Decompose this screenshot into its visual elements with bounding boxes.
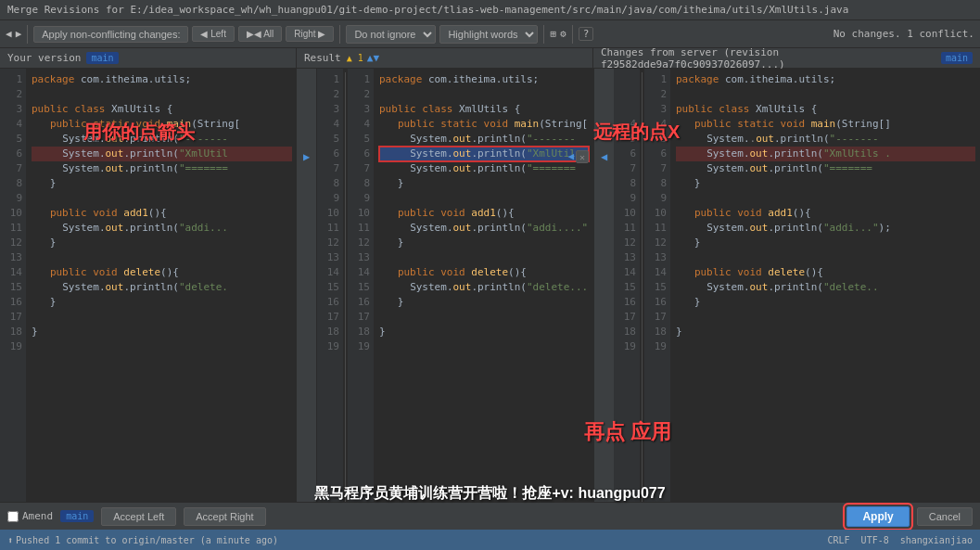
cancel-button[interactable]: Cancel [917,507,973,526]
left-line-12: } [32,236,292,250]
mid-line-18: } [379,325,589,339]
separator2 [339,25,340,44]
left-line-16: } [32,295,292,310]
left-line-13 [32,250,292,265]
mid-line-7: System.out.println("======= [379,161,589,176]
mid-line-8: } [379,176,589,191]
toolbar-forward-icon[interactable]: ▶ [16,28,22,40]
right-line-11: System.out.println("addi..."); [676,221,975,236]
left-merge-arrow-1[interactable]: ▶ [303,150,310,163]
icon-split: ⊞ [550,28,556,40]
mid-line-5: System.out.println("------- [379,132,589,147]
mid-line-17 [379,310,589,325]
amend-checkbox-area: Amend [7,510,53,522]
left-line-2 [32,87,292,102]
middle-code-area: 12345 678910 1112131415 16171819 12345 6… [317,69,592,502]
middle-line-numbers-r: 12345 678910 1112131415 16171819 [348,69,374,502]
mid-line-12: } [379,236,589,250]
status-crlf[interactable]: CRLF [828,535,850,545]
title-bar: Merge Revisions for E:/idea_workspace_wh… [0,0,980,20]
right-line-5: System..out.println("------- [676,132,975,147]
left-code-area: 12345 678910 1112131415 16171819 package… [0,69,296,502]
toolbar-back-icon[interactable]: ◀ [6,28,12,40]
right-line-10: public void add1(){ [676,206,975,221]
status-commit-msg: ⬆ Pushed 1 commit to origin/master (a mi… [7,535,278,545]
bottom-bar-left: Amend main Accept Left Accept Right [7,507,266,526]
right-panel: 45 678910 1112131415 16171819 12345 6789… [614,69,980,502]
middle-panel-up-arrow[interactable]: ▲ [367,52,374,64]
left-panel: 12345 678910 1112131415 16171819 package… [0,69,297,502]
left-line-4: public static void main(String[ [32,117,292,132]
panel-headers: Your version main Result ▲ 1 ▲ ▼ Changes… [0,48,980,69]
accept-left-button[interactable]: Accept Left [101,507,176,526]
commit-msg-text: Pushed 1 commit to origin/master (a minu… [16,535,278,545]
right-code-lines: package com.itheima.utils; public class … [670,69,979,502]
icon-settings[interactable]: ⚙ [560,28,566,40]
left-merge-arrows: ▶ [297,69,317,502]
main-window: Merge Revisions for E:/idea_workspace_wh… [0,0,980,550]
right-panel-branch: main [941,52,973,64]
mid-line-2 [379,87,589,102]
right-line-4: public static void main(String[] [676,117,975,132]
right-line-2 [676,87,975,102]
amend-checkbox[interactable] [7,511,19,522]
left-btn[interactable]: ◀ Left [192,26,234,42]
left-line-19 [32,339,292,354]
highlight-dropdown[interactable]: Highlight words [439,25,538,44]
left-line-8: } [32,176,292,191]
left-line-15: System.out.println("delete. [32,280,292,295]
branch-badge: main [60,510,94,522]
right-line-19 [676,339,975,354]
mid-line-11: System.out.println("addi....") [379,221,589,236]
left-line-11: System.out.println("addi... [32,221,292,236]
right-line-9 [676,191,975,206]
middle-panel-title: Result [304,52,341,64]
right-line-3: public class XmlUtils { [676,102,975,117]
right-line-1: package com.itheima.utils; [676,72,975,87]
right-line-13 [676,250,975,265]
ignore-dropdown[interactable]: Do not ignore [346,25,436,44]
right-line-7: System.out.println("======= [676,161,975,176]
separator4 [572,25,573,44]
left-line-9 [32,191,292,206]
apply-non-conflicting-btn[interactable]: Apply non-conflicting changes: [33,26,188,43]
right-line-8: } [676,176,975,191]
commit-icon: ⬆ [7,535,13,545]
left-line-numbers: 12345 678910 1112131415 16171819 [0,69,26,502]
status-bar: ⬆ Pushed 1 commit to origin/master (a mi… [0,530,980,550]
diff-panels: 12345 678910 1112131415 16171819 package… [0,69,980,502]
left-line-3: public class XmlUtils { [32,102,292,117]
right-line-12: } [676,236,975,250]
mid-line-6[interactable]: System.out.println("XmlUtils ✕ [379,147,589,161]
middle-panel-down-arrow[interactable]: ▼ [373,52,379,64]
right-merge-arrows: ◀ [593,69,614,502]
right-btn[interactable]: Right ▶ [286,26,334,42]
right-line-numbers-l: 45 678910 1112131415 16171819 [614,69,640,502]
right-line-15: System.out.println("delete.. [676,280,975,295]
mid-line-4: public static void main(String[] a [379,117,589,132]
left-panel-branch: main [86,52,118,64]
mid-line-16: } [379,295,589,310]
middle-separator [345,72,346,502]
help-icon[interactable]: ? [579,27,594,41]
mid-line-3: public class XmlUtils { [379,102,589,117]
conflict-x-btn[interactable]: ✕ [576,150,589,163]
bottom-bar: Amend main Accept Left Accept Right Appl… [0,502,980,530]
mid-line-19 [379,339,589,354]
mid-line-14: public void delete(){ [379,265,589,280]
mid-line-15: System.out.println("delete... [379,280,589,295]
status-bar-right: CRLF UTF-8 shangxianjiao [828,535,973,545]
all-btn[interactable]: ▶◀ All [238,26,282,42]
right-line-18: } [676,325,975,339]
status-username: shangxianjiao [900,535,973,545]
right-merge-arrow-1[interactable]: ◀ [601,150,607,163]
left-line-18: } [32,325,292,339]
left-panel-title: Your version [7,52,81,64]
mid-line-1: package com.itheima.utils; [379,72,589,87]
accept-right-button[interactable]: Accept Right [184,507,265,526]
conflict-left-arrow[interactable]: ◀ [567,150,574,162]
apply-button[interactable]: Apply [846,506,909,527]
bottom-bar-right: Apply Cancel [846,506,973,527]
left-line-10: public void add1(){ [32,206,292,221]
status-encoding[interactable]: UTF-8 [861,535,889,545]
